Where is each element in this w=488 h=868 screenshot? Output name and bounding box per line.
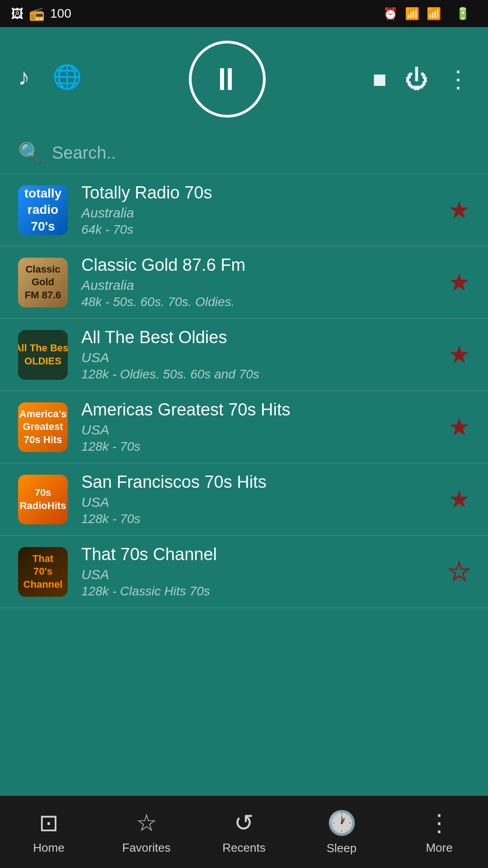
station-logo: Classic Gold FM 87.6 — [18, 258, 68, 307]
bottom-nav: ⊡Home☆Favorites↺Recents🕐Sleep⋮More — [0, 796, 488, 868]
search-inner: 🔍 — [18, 141, 470, 165]
station-name: All The Best Oldies — [81, 328, 435, 347]
status-bar: 🖼 📻 100 ⏰ 📶 📶 🔋 — [0, 0, 488, 27]
nav-item-more[interactable]: ⋮More — [390, 809, 488, 855]
more-nav-label: More — [426, 841, 452, 855]
home-nav-label: Home — [33, 841, 64, 855]
favorites-nav-label: Favorites — [122, 841, 171, 855]
station-name: Classic Gold 87.6 Fm — [81, 255, 435, 275]
now-playing-title — [18, 118, 470, 125]
favorite-star[interactable]: ★ — [448, 485, 470, 514]
favorite-star[interactable]: ★ — [448, 557, 470, 586]
sleep-nav-icon: 🕐 — [327, 809, 357, 837]
station-meta: 64k - 70s — [81, 222, 435, 237]
station-meta: 48k - 50s. 60s. 70s. Oldies. — [81, 295, 435, 309]
station-name: Americas Greatest 70s Hits — [81, 400, 435, 420]
station-logo: That 70's Channel — [18, 547, 68, 597]
station-logo: totally radio 70's — [18, 185, 68, 235]
station-country: USA — [81, 495, 435, 510]
station-country: Australia — [81, 278, 435, 293]
left-controls: ♪ 🌐 — [18, 63, 82, 95]
station-list: totally radio 70'sTotally Radio 70sAustr… — [0, 174, 488, 796]
search-input[interactable] — [52, 143, 470, 163]
recents-nav-icon: ↺ — [234, 809, 254, 836]
battery-icon: 🔋 — [455, 7, 470, 21]
search-bar: 🔍 — [0, 134, 488, 174]
search-icon: 🔍 — [18, 141, 43, 165]
status-right: ⏰ 📶 📶 🔋 — [383, 7, 477, 21]
station-item[interactable]: 70s RadioHitsSan Franciscos 70s HitsUSA1… — [0, 463, 488, 536]
station-name: Totally Radio 70s — [81, 183, 435, 203]
stop-button[interactable]: ■ — [373, 66, 387, 93]
station-info: That 70s ChannelUSA128k - Classic Hits 7… — [81, 545, 435, 599]
station-logo: All The Best OLDIES — [18, 330, 68, 380]
station-info: All The Best OldiesUSA128k - Oldies. 50s… — [81, 328, 435, 382]
nav-item-home[interactable]: ⊡Home — [0, 809, 98, 855]
station-name: That 70s Channel — [81, 545, 435, 564]
nav-item-favorites[interactable]: ☆Favorites — [98, 809, 195, 855]
station-country: USA — [81, 422, 435, 438]
station-info: Classic Gold 87.6 FmAustralia48k - 50s. … — [81, 255, 435, 309]
radio-icon: 📻 — [29, 6, 45, 21]
favorites-nav-icon: ☆ — [136, 809, 157, 836]
station-item[interactable]: That 70's ChannelThat 70s ChannelUSA128k… — [0, 536, 488, 608]
status-left: 🖼 📻 100 — [11, 6, 71, 21]
wifi-icon: 📶 — [405, 7, 419, 21]
power-button[interactable]: ⏻ — [405, 66, 428, 93]
station-info: San Franciscos 70s HitsUSA128k - 70s — [81, 472, 435, 526]
music-icon[interactable]: ♪ — [18, 63, 30, 91]
sleep-nav-label: Sleep — [327, 841, 357, 855]
station-logo: 70s RadioHits — [18, 475, 68, 524]
pause-button[interactable]: ⏸ — [189, 41, 266, 118]
controls-row: ♪ 🌐 ⏸ ■ ⏻ ⋮ — [18, 41, 470, 118]
favorite-star[interactable]: ★ — [448, 413, 470, 441]
globe-icon[interactable]: 🌐 — [52, 63, 82, 91]
signal-icon: 📶 — [427, 7, 441, 21]
favorite-star[interactable]: ★ — [448, 268, 470, 297]
station-logo: America's Greatest 70s Hits — [18, 402, 68, 452]
main-content: ♪ 🌐 ⏸ ■ ⏻ ⋮ 🔍 totally radio 70'sTotally — [0, 27, 488, 796]
station-country: Australia — [81, 205, 435, 221]
left-icons: ♪ 🌐 — [18, 63, 82, 91]
favorite-star[interactable]: ★ — [448, 196, 470, 224]
nav-item-recents[interactable]: ↺Recents — [195, 809, 293, 855]
photo-icon: 🖼 — [11, 6, 23, 21]
station-item[interactable]: All The Best OLDIESAll The Best OldiesUS… — [0, 319, 488, 391]
home-nav-icon: ⊡ — [39, 809, 59, 836]
player-header: ♪ 🌐 ⏸ ■ ⏻ ⋮ — [0, 27, 488, 134]
favorite-star[interactable]: ★ — [448, 340, 470, 369]
right-controls: ■ ⏻ ⋮ — [373, 66, 470, 93]
more-nav-icon: ⋮ — [427, 809, 451, 836]
station-name: San Franciscos 70s Hits — [81, 472, 435, 492]
station-item[interactable]: totally radio 70'sTotally Radio 70sAustr… — [0, 174, 488, 246]
share-button[interactable]: ⋮ — [446, 66, 470, 93]
station-meta: 128k - 70s — [81, 439, 435, 454]
station-item[interactable]: America's Greatest 70s HitsAmericas Grea… — [0, 391, 488, 463]
pause-icon: ⏸ — [210, 61, 244, 97]
station-meta: 128k - Classic Hits 70s — [81, 584, 435, 599]
station-info: Americas Greatest 70s HitsUSA128k - 70s — [81, 400, 435, 454]
station-item[interactable]: Classic Gold FM 87.6Classic Gold 87.6 Fm… — [0, 246, 488, 319]
nav-item-sleep[interactable]: 🕐Sleep — [293, 809, 390, 855]
alarm-icon: ⏰ — [383, 7, 398, 21]
recents-nav-label: Recents — [222, 841, 265, 855]
station-meta: 128k - Oldies. 50s. 60s and 70s — [81, 367, 435, 382]
station-meta: 128k - 70s — [81, 512, 435, 526]
station-country: USA — [81, 350, 435, 365]
station-country: USA — [81, 567, 435, 582]
status-count: 100 — [50, 6, 71, 21]
station-info: Totally Radio 70sAustralia64k - 70s — [81, 183, 435, 237]
